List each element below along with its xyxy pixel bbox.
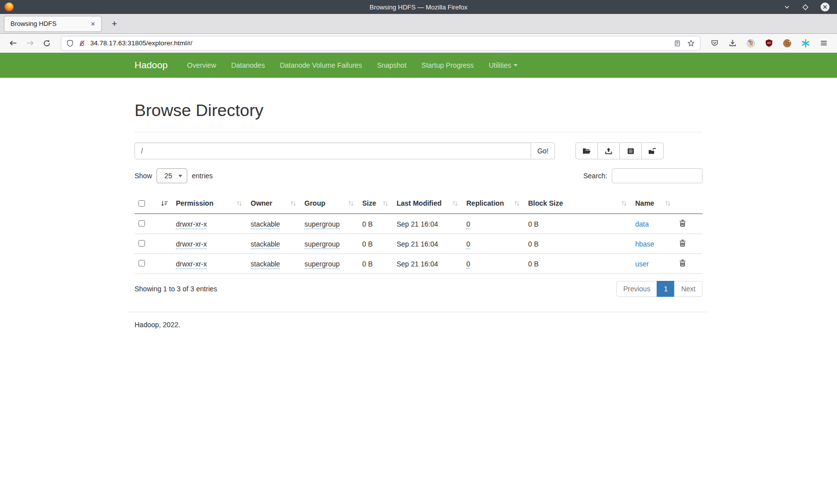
menu-hamburger-icon[interactable] [820, 39, 828, 47]
svg-text:uO: uO [767, 41, 771, 44]
group-value[interactable]: supergroup [304, 260, 340, 269]
header-name[interactable]: Name [631, 193, 675, 214]
firefox-logo-icon [4, 2, 13, 11]
reload-button[interactable] [40, 36, 54, 50]
list-alt-icon [627, 148, 634, 154]
window-controls [783, 2, 837, 12]
nav-item-startup-progress[interactable]: Startup Progress [414, 53, 481, 78]
size-value: 0 B [362, 260, 373, 268]
nav-item-utilities-dropdown[interactable]: Utilities [481, 53, 525, 78]
header-owner[interactable]: Owner [247, 193, 300, 214]
block-size-value: 0 B [528, 220, 539, 228]
colorful-extension-icon[interactable] [801, 39, 810, 48]
last-modified-value: Sep 21 16:04 [397, 260, 438, 268]
toolbar-extensions: uO [707, 39, 831, 48]
insecure-lock-icon[interactable] [78, 39, 86, 47]
cut-button[interactable] [619, 142, 642, 159]
go-button[interactable]: Go! [531, 142, 555, 159]
window-minimize-button[interactable] [783, 3, 791, 11]
upload-files-button[interactable] [597, 142, 620, 159]
row-checkbox[interactable] [139, 240, 145, 247]
table-search-control: Search: [583, 168, 702, 183]
row-checkbox[interactable] [139, 220, 145, 227]
header-replication[interactable]: Replication [462, 193, 524, 214]
forward-button[interactable] [23, 36, 37, 50]
block-size-value: 0 B [528, 260, 539, 268]
tab-close-icon[interactable]: × [89, 19, 97, 28]
pocket-icon[interactable] [710, 39, 719, 47]
select-all-checkbox[interactable] [139, 200, 145, 207]
sort-icon [665, 200, 671, 207]
url-bar[interactable]: 34.78.17.63:31805/explorer.html#/ [61, 36, 700, 51]
page-size-value: 25 [164, 172, 172, 180]
header-permission[interactable]: Permission [172, 193, 247, 214]
owner-value[interactable]: stackable [251, 240, 280, 249]
header-group[interactable]: Group [300, 193, 358, 214]
row-checkbox[interactable] [139, 260, 145, 266]
delete-button[interactable] [679, 239, 686, 247]
owner-value[interactable]: stackable [251, 220, 280, 229]
content-container: Browse Directory Go! [127, 101, 710, 329]
table-header-row: Permission Owner [135, 193, 702, 214]
permission-value[interactable]: drwxr-xr-x [176, 220, 207, 229]
bookmark-star-icon[interactable] [687, 39, 695, 47]
permission-value[interactable]: drwxr-xr-x [176, 260, 207, 269]
navbar-brand-hadoop[interactable]: Hadoop [135, 60, 180, 71]
header-block-size[interactable]: Block Size [524, 193, 631, 214]
permission-value[interactable]: drwxr-xr-x [176, 240, 207, 249]
pagination-previous[interactable]: Previous [616, 281, 657, 297]
create-directory-button[interactable] [575, 142, 598, 159]
delete-button[interactable] [679, 259, 686, 267]
tracking-shield-icon[interactable] [66, 39, 74, 47]
search-input[interactable] [612, 168, 702, 183]
browser-toolbar: 34.78.17.63:31805/explorer.html#/ [0, 34, 837, 53]
header-size[interactable]: Size [358, 193, 393, 214]
privacy-extension-icon[interactable] [746, 39, 755, 48]
replication-value[interactable]: 0 [466, 220, 470, 229]
caret-down-icon [514, 64, 518, 66]
downloads-icon[interactable] [728, 39, 737, 47]
table-controls-row: Show 25 entries Search: [135, 168, 702, 183]
sort-asc-icon [161, 200, 168, 207]
nav-item-snapshot[interactable]: Snapshot [370, 53, 414, 78]
reader-mode-icon[interactable] [674, 39, 681, 47]
group-value[interactable]: supergroup [304, 240, 340, 249]
nav-item-datanodes[interactable]: Datanodes [224, 53, 273, 78]
page-title: Browse Directory [135, 101, 702, 120]
nav-item-overview[interactable]: Overview [180, 53, 224, 78]
directory-link[interactable]: data [635, 220, 649, 228]
size-value: 0 B [362, 240, 373, 248]
pagination-next[interactable]: Next [674, 281, 702, 297]
sort-icon [236, 200, 243, 207]
header-select-all[interactable] [135, 193, 172, 214]
path-row: Go! [135, 142, 702, 159]
ublock-icon[interactable]: uO [765, 39, 773, 47]
pagination-page-1[interactable]: 1 [657, 281, 675, 297]
sort-icon [514, 200, 520, 207]
last-modified-value: Sep 21 16:04 [397, 220, 438, 228]
paste-button[interactable] [641, 142, 664, 159]
screen: Browsing HDFS — Mozilla Firefox Browsing… [0, 0, 837, 504]
nav-item-datanode-volume-failures[interactable]: Datanode Volume Failures [273, 53, 370, 78]
window-maximize-button[interactable] [802, 3, 809, 11]
group-value[interactable]: supergroup [304, 220, 340, 229]
back-button[interactable] [6, 36, 20, 50]
select-caret-icon [178, 175, 182, 177]
entries-info: Showing 1 to 3 of 3 entries [135, 285, 217, 293]
header-last-modified[interactable]: Last Modified [393, 193, 462, 214]
last-modified-value: Sep 21 16:04 [397, 240, 438, 248]
path-input-group: Go! [135, 142, 555, 159]
new-tab-button[interactable]: + [109, 18, 120, 29]
browser-tab[interactable]: Browsing HDFS × [4, 16, 102, 32]
delete-button[interactable] [679, 219, 686, 227]
directory-link[interactable]: hbase [635, 240, 654, 248]
page-size-select[interactable]: 25 [156, 168, 187, 183]
replication-value[interactable]: 0 [466, 240, 470, 249]
pagination: Previous 1 Next [616, 281, 702, 297]
directory-path-input[interactable] [135, 142, 531, 159]
cookie-extension-icon[interactable] [783, 39, 792, 48]
replication-value[interactable]: 0 [466, 260, 470, 269]
window-close-button[interactable] [820, 2, 830, 12]
owner-value[interactable]: stackable [251, 260, 280, 269]
directory-link[interactable]: user [635, 260, 649, 268]
